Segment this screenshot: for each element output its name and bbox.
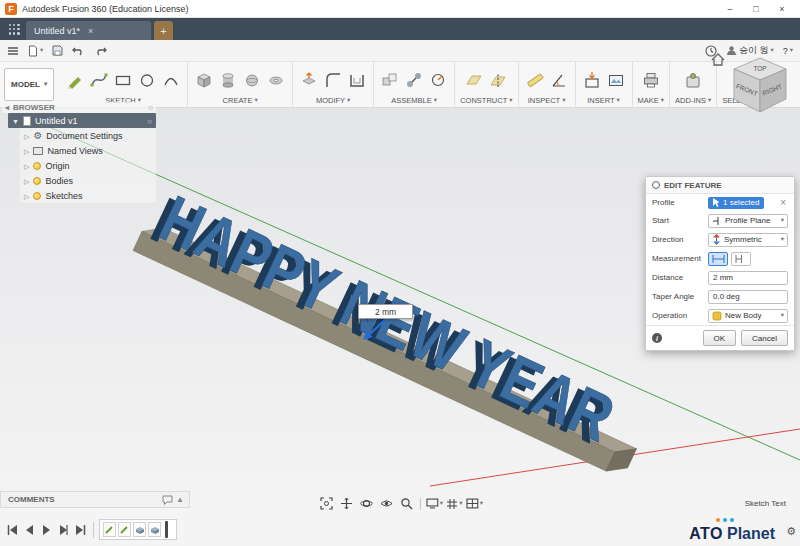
- timeline-extrude-item[interactable]: [148, 522, 161, 537]
- direction-dropdown[interactable]: Symmetric: [708, 233, 788, 247]
- document-tab[interactable]: Untitled v1*: [26, 21, 151, 40]
- timeline-step-back-button[interactable]: [22, 522, 37, 537]
- visibility-bulb-icon[interactable]: [33, 177, 41, 185]
- axis-button[interactable]: [487, 68, 509, 92]
- toolbar-group-label[interactable]: CREATE: [193, 95, 287, 105]
- distance-input[interactable]: 2 mm: [708, 271, 788, 285]
- collapsed-triangle-icon[interactable]: [24, 146, 29, 156]
- browser-item-sketches[interactable]: Sketches: [20, 188, 156, 203]
- browser-item-named-views[interactable]: Named Views: [20, 143, 156, 158]
- info-icon[interactable]: i: [652, 333, 662, 343]
- toolbar-group-label[interactable]: MAKE: [638, 95, 665, 105]
- browser-options-icon[interactable]: [148, 103, 153, 112]
- model-3d-text[interactable]: HAPPY NEW YEAR HAPPY NEW YEAR: [133, 175, 657, 478]
- browser-item-bodies[interactable]: Bodies: [20, 173, 156, 188]
- profile-selection-badge[interactable]: 1 selected: [708, 197, 764, 209]
- timeline-sketch-item[interactable]: [118, 522, 131, 537]
- minimize-button[interactable]: [717, 0, 743, 17]
- press-pull-button[interactable]: [298, 68, 320, 92]
- save-button[interactable]: [52, 45, 63, 56]
- offset-plane-button[interactable]: [463, 68, 485, 92]
- rectangle-sketch-button[interactable]: [112, 68, 134, 92]
- toolbar-group-label[interactable]: CONSTRUCT: [460, 95, 512, 105]
- settings-gear-icon[interactable]: [786, 521, 796, 539]
- grid-layout-button[interactable]: [446, 496, 463, 511]
- angle-button[interactable]: [548, 68, 570, 92]
- joint-button[interactable]: [403, 68, 425, 92]
- collapsed-triangle-icon[interactable]: [24, 191, 29, 201]
- measure-button[interactable]: [524, 68, 546, 92]
- timeline-sketch-item[interactable]: [103, 522, 116, 537]
- orbit-button[interactable]: [358, 496, 375, 511]
- display-settings-button[interactable]: [426, 496, 443, 511]
- zoom-button[interactable]: [398, 496, 415, 511]
- browser-root-item[interactable]: Untitled v1: [8, 113, 156, 128]
- collapsed-triangle-icon[interactable]: [24, 131, 29, 141]
- toolbar-group-label[interactable]: ASSEMBLE: [379, 95, 449, 105]
- operation-dropdown[interactable]: New Body: [708, 309, 788, 323]
- app-launcher-button[interactable]: [2, 18, 26, 40]
- new-component-button[interactable]: [379, 68, 401, 92]
- toolbar-group-label[interactable]: INSERT: [581, 95, 627, 105]
- close-button[interactable]: [769, 0, 795, 17]
- collapse-browser-icon[interactable]: [5, 103, 9, 112]
- create-box-button[interactable]: [193, 68, 215, 92]
- measurement-whole-length-button[interactable]: [708, 252, 728, 266]
- browser-item-document-settings[interactable]: Document Settings: [20, 128, 156, 143]
- dialog-header[interactable]: EDIT FEATURE: [646, 177, 794, 194]
- timeline-track[interactable]: [99, 519, 177, 540]
- look-at-button[interactable]: [378, 496, 395, 511]
- expanded-triangle-icon[interactable]: [12, 116, 19, 126]
- visibility-ring-icon[interactable]: [147, 116, 152, 126]
- home-icon[interactable]: [712, 54, 724, 65]
- fillet-button[interactable]: [322, 68, 344, 92]
- circle-sketch-button[interactable]: [136, 68, 158, 92]
- distance-value-box[interactable]: 2 mm: [358, 304, 413, 319]
- timeline-step-forward-button[interactable]: [56, 522, 71, 537]
- undo-button[interactable]: [72, 45, 85, 56]
- browser-header[interactable]: BROWSER: [2, 102, 156, 113]
- shell-button[interactable]: [346, 68, 368, 92]
- ok-button[interactable]: OK: [703, 330, 737, 346]
- comments-panel[interactable]: COMMENTS: [0, 491, 190, 508]
- view-cube[interactable]: TOP FRONT RIGHT: [708, 48, 796, 128]
- scripts-addins-button[interactable]: [682, 68, 704, 92]
- decal-button[interactable]: [605, 68, 627, 92]
- toolbar-group-label[interactable]: ADD-INS: [675, 95, 711, 105]
- file-button[interactable]: [28, 45, 43, 57]
- toolbar-group-label[interactable]: INSPECT: [524, 95, 570, 105]
- create-sphere-button[interactable]: [241, 68, 263, 92]
- create-sketch-button[interactable]: [64, 68, 86, 92]
- clear-selection-button[interactable]: [778, 197, 788, 208]
- taper-angle-input[interactable]: 0.0 deg: [708, 290, 788, 304]
- start-dropdown[interactable]: Profile Plane: [708, 214, 788, 228]
- toolbar-group-label[interactable]: MODIFY: [298, 95, 368, 105]
- timeline-play-button[interactable]: [39, 522, 54, 537]
- file-menu-button[interactable]: [7, 46, 19, 56]
- measurement-half-length-button[interactable]: [731, 252, 751, 266]
- collapse-icon[interactable]: [178, 495, 182, 504]
- cube-faces[interactable]: TOP FRONT RIGHT: [734, 58, 786, 112]
- 3d-print-button[interactable]: [640, 68, 662, 92]
- fit-view-button[interactable]: [318, 496, 335, 511]
- new-tab-button[interactable]: [154, 21, 173, 40]
- timeline-extrude-item[interactable]: [133, 522, 146, 537]
- visibility-bulb-icon[interactable]: [33, 162, 41, 170]
- redo-button[interactable]: [94, 45, 107, 56]
- spline-button[interactable]: [88, 68, 110, 92]
- create-torus-button[interactable]: [265, 68, 287, 92]
- viewports-button[interactable]: [466, 496, 483, 511]
- tab-close-icon[interactable]: [88, 26, 93, 36]
- collapsed-triangle-icon[interactable]: [24, 161, 29, 171]
- pan-button[interactable]: [338, 496, 355, 511]
- browser-item-origin[interactable]: Origin: [20, 158, 156, 173]
- timeline-position-marker[interactable]: [165, 521, 168, 538]
- viewcube-top-label[interactable]: TOP: [753, 65, 766, 72]
- visibility-bulb-icon[interactable]: [33, 192, 41, 200]
- workspace-selector[interactable]: MODEL: [4, 68, 54, 101]
- timeline-skip-start-button[interactable]: [5, 522, 20, 537]
- motion-link-button[interactable]: [427, 68, 449, 92]
- timeline-skip-end-button[interactable]: [73, 522, 88, 537]
- insert-mesh-button[interactable]: [581, 68, 603, 92]
- cancel-button[interactable]: Cancel: [741, 330, 788, 346]
